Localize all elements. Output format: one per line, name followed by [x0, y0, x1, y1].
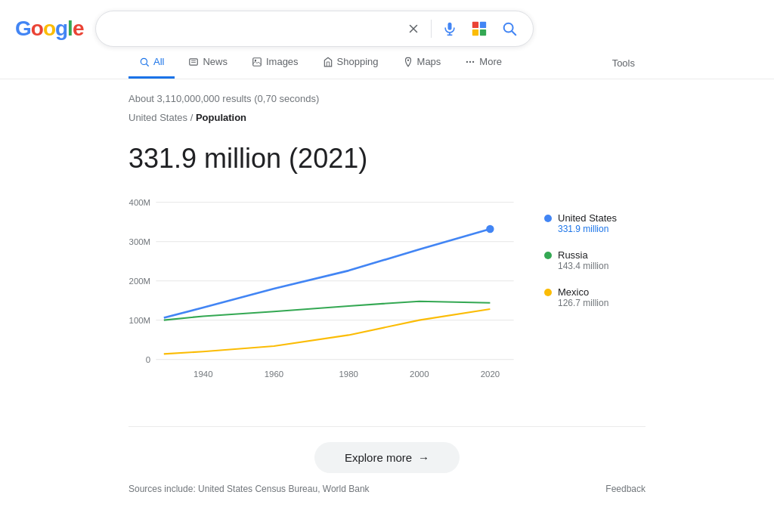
tab-shopping-label: Shopping: [337, 56, 379, 67]
legend-item-us: United States 331.9 million: [544, 212, 617, 234]
tab-images[interactable]: Images: [241, 47, 309, 79]
explore-more-button[interactable]: Explore more →: [314, 442, 460, 473]
tab-more-label: More: [479, 56, 502, 67]
us-legend-dot: [544, 215, 552, 222]
svg-rect-0: [448, 23, 452, 30]
clear-icon: [407, 22, 420, 36]
sources-row: Sources include: United States Census Bu…: [128, 484, 646, 494]
svg-line-8: [512, 31, 516, 35]
svg-point-17: [466, 60, 468, 62]
mexico-legend-label: Mexico: [558, 286, 608, 298]
legend-item-russia: Russia 143.4 million: [544, 249, 617, 271]
legend-item-mexico: Mexico 126.7 million: [544, 286, 617, 308]
explore-divider: [128, 426, 646, 427]
breadcrumb-separator: /: [190, 112, 196, 123]
svg-text:200M: 200M: [129, 277, 151, 286]
tab-more[interactable]: More: [454, 47, 512, 79]
svg-point-18: [469, 60, 471, 62]
chart-container: 400M 300M 200M 100M 0 1940 1960 1980 200…: [128, 190, 646, 396]
tab-news-label: News: [203, 56, 228, 67]
chart-legend: United States 331.9 million Russia 143.4…: [544, 190, 617, 308]
russia-legend-text: Russia 143.4 million: [558, 249, 608, 271]
tab-maps-label: Maps: [417, 56, 441, 67]
tab-all[interactable]: All: [128, 47, 175, 79]
russia-legend-dot: [544, 252, 552, 259]
feedback-link[interactable]: Feedback: [605, 484, 646, 494]
header: Google population us: [0, 0, 774, 47]
svg-rect-6: [480, 29, 486, 36]
voice-search-button[interactable]: [439, 18, 460, 39]
explore-more-label: Explore more: [345, 451, 412, 464]
mexico-legend-dot: [544, 289, 552, 296]
svg-rect-3: [472, 22, 478, 28]
svg-point-19: [472, 60, 474, 62]
svg-text:1980: 1980: [339, 370, 358, 379]
russia-legend-value: 143.4 million: [558, 261, 608, 271]
chart-area: 400M 300M 200M 100M 0 1940 1960 1980 200…: [128, 190, 522, 396]
shopping-tab-icon: [323, 57, 333, 67]
tab-all-label: All: [153, 56, 164, 67]
search-icon: [501, 20, 518, 37]
svg-rect-4: [480, 22, 486, 28]
main-content: About 3,110,000,000 results (0,70 second…: [0, 79, 774, 517]
tab-news[interactable]: News: [178, 47, 238, 79]
results-count: About 3,110,000,000 results (0,70 second…: [128, 87, 646, 109]
explore-section: Explore more → Sources include: United S…: [128, 426, 646, 509]
tab-maps[interactable]: Maps: [392, 47, 452, 79]
search-actions: [404, 17, 521, 40]
us-endpoint: [486, 225, 494, 233]
breadcrumb: United States / Population: [128, 109, 646, 131]
svg-text:0: 0: [146, 355, 150, 364]
lens-search-button[interactable]: [468, 17, 491, 40]
mic-icon: [442, 21, 457, 36]
all-tab-icon: [139, 57, 150, 67]
svg-rect-14: [253, 57, 262, 66]
breadcrumb-current: Population: [196, 112, 246, 123]
tab-shopping[interactable]: Shopping: [312, 47, 389, 79]
russia-legend-label: Russia: [558, 249, 608, 261]
svg-line-10: [146, 63, 148, 66]
search-divider: [431, 20, 432, 38]
mexico-legend-text: Mexico 126.7 million: [558, 286, 608, 308]
tab-images-label: Images: [266, 56, 299, 67]
svg-text:2020: 2020: [481, 370, 500, 379]
population-chart: 400M 300M 200M 100M 0 1940 1960 1980 200…: [128, 190, 522, 394]
explore-arrow-icon: →: [418, 451, 429, 464]
us-legend-value: 331.9 million: [558, 224, 617, 234]
maps-tab-icon: [403, 57, 413, 67]
images-tab-icon: [252, 57, 262, 67]
svg-text:400M: 400M: [129, 198, 151, 207]
google-logo[interactable]: Google: [15, 17, 83, 41]
news-tab-icon: [188, 57, 199, 67]
search-tabs: All News Images Shopping Maps: [0, 47, 774, 79]
svg-text:100M: 100M: [129, 316, 151, 325]
search-bar: population us: [95, 11, 534, 47]
mexico-legend-value: 126.7 million: [558, 298, 608, 308]
more-tab-icon: [465, 57, 475, 67]
svg-text:1960: 1960: [265, 370, 283, 379]
us-line: [164, 229, 491, 318]
us-legend-label: United States: [558, 212, 617, 224]
svg-point-15: [255, 59, 256, 60]
search-input[interactable]: population us: [108, 22, 396, 36]
svg-rect-5: [472, 29, 478, 36]
svg-text:1940: 1940: [194, 370, 212, 379]
breadcrumb-parent[interactable]: United States: [128, 112, 187, 123]
sources-text: Sources include: United States Census Bu…: [128, 484, 370, 494]
clear-button[interactable]: [404, 19, 423, 39]
lens-icon: [471, 20, 488, 37]
svg-text:300M: 300M: [129, 237, 151, 246]
svg-text:2000: 2000: [410, 370, 429, 379]
svg-point-16: [407, 59, 408, 60]
population-headline: 331.9 million (2021): [128, 143, 646, 175]
search-button[interactable]: [498, 17, 521, 40]
svg-rect-11: [190, 58, 198, 64]
us-legend-text: United States 331.9 million: [558, 212, 617, 234]
tools-button[interactable]: Tools: [602, 48, 646, 78]
